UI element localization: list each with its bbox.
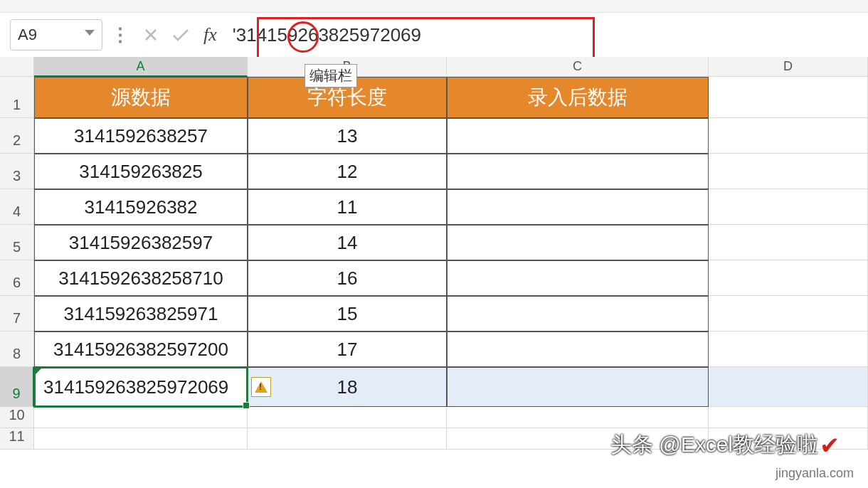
cell[interactable] [248,407,447,428]
col-header-c[interactable]: C [447,57,709,77]
cell[interactable] [709,154,868,189]
name-box-value: A9 [18,26,37,44]
table-row: 1 源数据 字符长度 录入后数据 [0,77,868,118]
cell[interactable] [248,428,447,450]
cell[interactable] [447,118,709,154]
row-header[interactable]: 8 [0,331,34,367]
cell[interactable] [447,367,709,407]
cell[interactable]: 314159263825 [34,154,248,189]
col-header-d[interactable]: D [709,57,868,77]
cell[interactable] [709,331,868,367]
header-cell-a[interactable]: 源数据 [34,77,248,118]
table-row: 5 31415926382597 14 [0,225,868,260]
table-row: 10 [0,407,868,428]
cell[interactable] [709,225,868,260]
cell[interactable]: 12 [248,154,447,189]
selected-cell[interactable]: 314159263825972069 [34,367,248,407]
table-row: 4 31415926382 11 [0,189,868,225]
cell[interactable] [709,367,868,407]
cell[interactable] [34,407,248,428]
cell[interactable]: 3141592638258710 [34,260,248,296]
cell[interactable]: 3141592638257 [34,118,248,154]
cell-value: 314159263825972069 [43,376,228,398]
cell[interactable] [447,189,709,225]
formula-input[interactable]: '314159263825972069 [227,21,858,49]
table-row: 2 3141592638257 13 [0,118,868,154]
cancel-icon[interactable] [138,22,164,48]
row-header[interactable]: 5 [0,225,34,260]
cell[interactable] [447,296,709,331]
table-row: 6 3141592638258710 16 [0,260,868,296]
tooltip: 编辑栏 [305,64,357,87]
cell[interactable]: 17 [248,331,447,367]
cell[interactable] [709,118,868,154]
table-row: 7 314159263825971 15 [0,296,868,331]
cell[interactable]: 13 [248,118,447,154]
table-row: 3 314159263825 12 [0,154,868,189]
cell[interactable]: 16 [248,260,447,296]
chevron-down-icon[interactable] [85,30,95,40]
name-box[interactable]: A9 [10,19,102,51]
cell[interactable] [709,296,868,331]
warning-icon[interactable] [251,377,271,397]
cell[interactable]: 18 [248,367,447,407]
cell[interactable] [447,331,709,367]
cell[interactable] [709,260,868,296]
row-header[interactable]: 10 [0,407,34,428]
cell[interactable] [709,407,868,428]
row-header[interactable]: 1 [0,77,34,118]
row-header[interactable]: 4 [0,189,34,225]
row-header[interactable]: 6 [0,260,34,296]
watermark-text: 头条 @Excel教经验啦✔ [610,430,840,460]
row-header[interactable]: 11 [0,428,34,450]
table-row: 8 31415926382597200 17 [0,331,868,367]
cell[interactable] [709,189,868,225]
cell[interactable]: 314159263825971 [34,296,248,331]
row-header[interactable]: 2 [0,118,34,154]
ribbon-stub [0,0,868,13]
cell[interactable] [447,225,709,260]
fx-icon[interactable]: fx [198,24,223,46]
header-cell-c[interactable]: 录入后数据 [447,77,709,118]
confirm-icon[interactable] [168,22,194,48]
col-header-a[interactable]: A [34,57,248,77]
cell[interactable] [447,260,709,296]
separator-icon: ⋮ [107,24,134,46]
cell[interactable] [447,407,709,428]
column-headers: A B C D [0,57,868,77]
row-header[interactable]: 7 [0,296,34,331]
cell[interactable]: 11 [248,189,447,225]
cell[interactable] [709,77,868,118]
cell[interactable]: 31415926382597200 [34,331,248,367]
select-all-corner[interactable] [0,57,34,77]
row-header[interactable]: 9 [0,367,34,407]
cell[interactable] [34,428,248,450]
cell[interactable]: 31415926382 [34,189,248,225]
cell[interactable] [447,154,709,189]
formula-bar: A9 ⋮ fx '314159263825972069 [0,13,868,57]
cell[interactable]: 15 [248,296,447,331]
cell[interactable]: 14 [248,225,447,260]
watermark-url: jingyanla.com [776,466,854,481]
cell[interactable]: 31415926382597 [34,225,248,260]
spreadsheet-grid[interactable]: A B C D 1 源数据 字符长度 录入后数据 2 3141592638257… [0,57,868,450]
table-row: 9 314159263825972069 18 [0,367,868,407]
row-header[interactable]: 3 [0,154,34,189]
